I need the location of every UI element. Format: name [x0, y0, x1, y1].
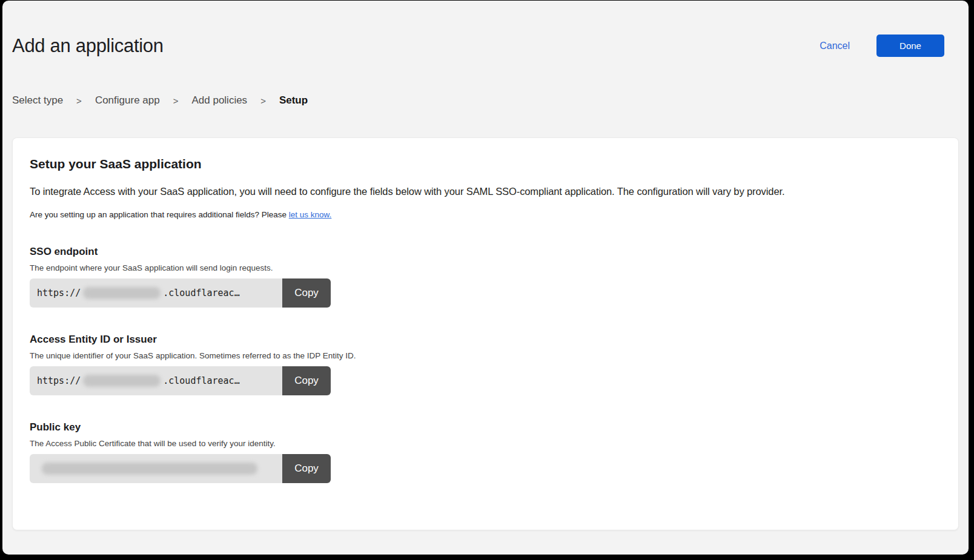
card-note-text: Are you setting up an application that r… — [30, 210, 289, 219]
entity-id-value-suffix: .cloudflareac… — [163, 375, 239, 386]
breadcrumb-separator: > — [260, 96, 266, 106]
page-title: Add an application — [12, 35, 164, 57]
breadcrumb-step-configure-app[interactable]: Configure app — [95, 94, 160, 107]
field-group-entity-id: Access Entity ID or Issuer The unique id… — [30, 334, 941, 395]
entity-id-value-row: https:// .cloudflareac… Copy — [30, 366, 331, 395]
entity-id-value: https:// .cloudflareac… — [30, 366, 282, 395]
breadcrumb-separator: > — [173, 96, 179, 106]
breadcrumb: Select type > Configure app > Add polici… — [2, 94, 969, 107]
redacted-text-blob — [83, 375, 161, 387]
entity-id-value-prefix: https:// — [37, 375, 81, 386]
breadcrumb-step-add-policies[interactable]: Add policies — [191, 94, 247, 107]
sso-endpoint-value-prefix: https:// — [37, 288, 81, 298]
breadcrumb-step-select-type[interactable]: Select type — [12, 94, 63, 107]
public-key-value-row: Copy — [30, 454, 331, 483]
breadcrumb-separator: > — [76, 96, 82, 106]
page-header: Add an application Cancel Done — [2, 1, 969, 57]
entity-id-label: Access Entity ID or Issuer — [30, 334, 941, 346]
done-button[interactable]: Done — [876, 35, 944, 57]
public-key-value — [30, 454, 282, 483]
setup-card: Setup your SaaS application To integrate… — [12, 137, 959, 530]
sso-endpoint-value-suffix: .cloudflareac… — [163, 288, 239, 298]
sso-endpoint-description: The endpoint where your SaaS application… — [30, 263, 941, 272]
sso-endpoint-label: SSO endpoint — [30, 246, 941, 258]
public-key-label: Public key — [30, 421, 941, 433]
cancel-button[interactable]: Cancel — [820, 41, 850, 51]
card-description: To integrate Access with your SaaS appli… — [30, 186, 941, 197]
card-note: Are you setting up an application that r… — [30, 210, 941, 219]
sso-endpoint-value: https:// .cloudflareac… — [30, 278, 282, 308]
redacted-text-blob — [42, 463, 257, 475]
sso-endpoint-copy-button[interactable]: Copy — [282, 278, 331, 308]
redacted-text-blob — [83, 287, 161, 299]
breadcrumb-step-setup-current: Setup — [279, 94, 308, 107]
entity-id-copy-button[interactable]: Copy — [282, 366, 331, 395]
public-key-description: The Access Public Certificate that will … — [30, 439, 941, 448]
field-group-public-key: Public key The Access Public Certificate… — [30, 421, 941, 483]
app-window: Add an application Cancel Done Select ty… — [2, 1, 969, 555]
let-us-know-link[interactable]: let us know. — [289, 210, 332, 219]
entity-id-description: The unique identifier of your SaaS appli… — [30, 351, 941, 360]
header-actions: Cancel Done — [820, 35, 944, 57]
field-group-sso-endpoint: SSO endpoint The endpoint where your Saa… — [30, 246, 941, 308]
card-heading: Setup your SaaS application — [30, 157, 941, 171]
public-key-copy-button[interactable]: Copy — [282, 454, 331, 483]
sso-endpoint-value-row: https:// .cloudflareac… Copy — [30, 278, 331, 308]
